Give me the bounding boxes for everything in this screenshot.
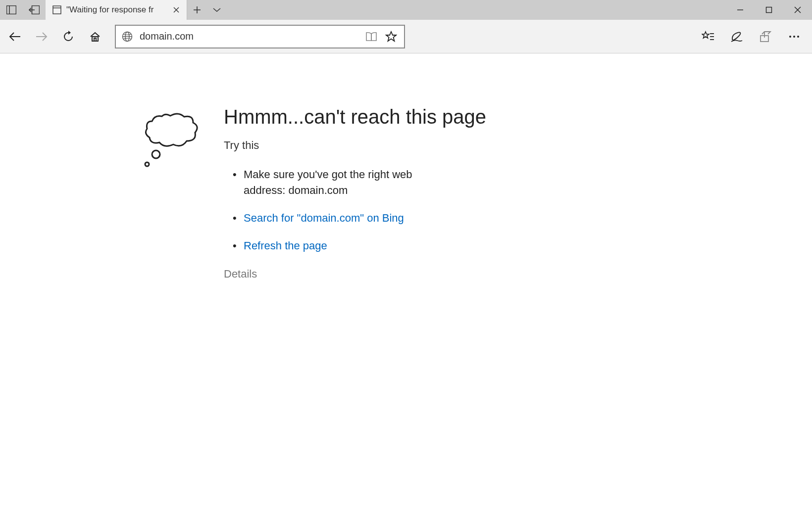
error-illustration [140,106,219,281]
globe-icon [122,31,133,42]
svg-point-29 [797,36,799,38]
svg-point-30 [152,150,160,158]
settings-menu-button[interactable] [781,25,807,48]
search-bing-link[interactable]: Search for "domain.com" on Bing [244,212,404,224]
try-this-label: Try this [224,139,486,152]
tab-close-button[interactable] [172,5,181,14]
favorite-button[interactable] [381,27,401,47]
tabs-aside-button[interactable] [0,0,23,20]
suggestion-search-bing: Search for "domain.com" on Bing [224,210,437,226]
tabstrip-right [187,0,812,20]
url-input[interactable] [133,31,361,42]
home-button[interactable] [83,25,107,48]
web-note-button[interactable] [724,25,750,48]
tab-preview-button[interactable] [207,0,227,20]
maximize-button[interactable] [755,0,783,20]
reading-view-button[interactable] [361,27,381,47]
set-aside-button[interactable] [23,0,46,20]
new-tab-button[interactable] [187,0,207,20]
suggestion-check-address: Make sure you've got the right web addre… [224,167,437,198]
svg-point-27 [789,36,791,38]
browser-tab[interactable]: "Waiting for response fr [46,0,187,20]
thought-cloud-icon [140,109,204,173]
close-window-button[interactable] [783,0,812,20]
share-button[interactable] [753,25,778,48]
titlebar-left [0,0,46,20]
svg-marker-21 [386,32,396,41]
back-button[interactable] [3,25,27,48]
svg-marker-22 [702,32,709,38]
toolbar [0,20,812,53]
svg-rect-11 [766,7,772,13]
svg-rect-16 [92,37,98,41]
svg-point-31 [145,162,149,166]
tab-title: "Waiting for response fr [66,5,170,15]
suggestion-list: Make sure you've got the right web addre… [224,167,437,254]
page-content: Hmmm...can't reach this page Try this Ma… [0,53,812,281]
details-toggle[interactable]: Details [224,268,486,281]
favorites-list-button[interactable] [695,25,721,48]
titlebar: "Waiting for response fr [0,0,812,20]
refresh-link[interactable]: Refresh the page [244,239,327,252]
refresh-button[interactable] [56,25,80,48]
suggestion-refresh: Refresh the page [224,238,437,254]
svg-point-28 [793,36,795,38]
page-icon [52,5,61,14]
svg-rect-4 [53,6,61,14]
svg-rect-17 [94,38,96,41]
error-headline: Hmmm...can't reach this page [224,106,486,128]
forward-button [30,25,53,48]
window-controls [726,0,812,20]
minimize-button[interactable] [726,0,755,20]
svg-rect-0 [7,6,16,14]
address-bar[interactable] [115,25,405,48]
